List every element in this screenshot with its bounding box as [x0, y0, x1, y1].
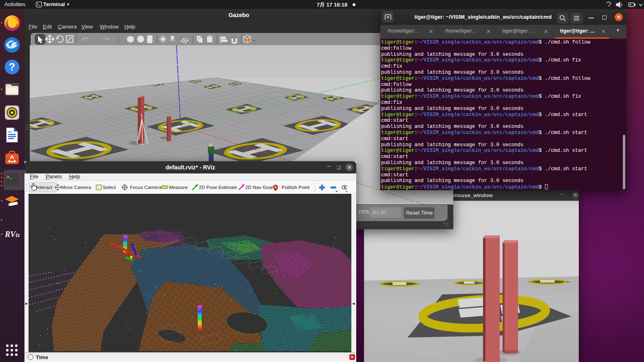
svg-text:2D Pose Estimate: 2D Pose Estimate [199, 184, 237, 190]
svg-text:2D Nav Goal: 2D Nav Goal [245, 184, 273, 190]
svg-text:Move Camera: Move Camera [61, 184, 91, 190]
svg-text:>_: >_ [7, 175, 12, 180]
svg-text:Publish Point: Publish Point [282, 184, 310, 190]
svg-text:Focus Camera: Focus Camera [130, 184, 161, 190]
svg-text:?: ? [9, 61, 15, 72]
svg-text:Interact: Interact [36, 184, 53, 190]
svg-text:Select: Select [103, 184, 116, 190]
svg-text:Measure: Measure [169, 184, 187, 190]
